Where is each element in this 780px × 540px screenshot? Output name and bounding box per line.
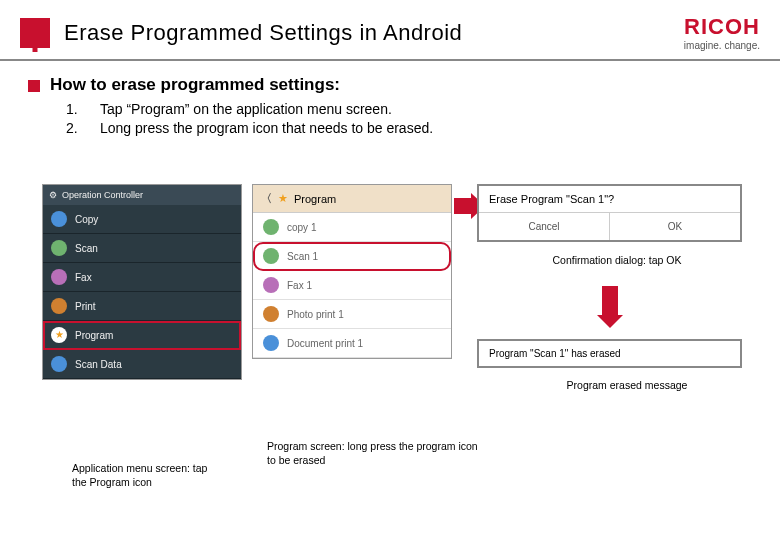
intro-text: How to erase programmed settings:: [50, 75, 340, 95]
screenshot-app-menu: ⚙ Operation Controller Copy Scan Fax Pri…: [42, 184, 242, 380]
star-icon: ★: [51, 327, 67, 343]
program-item-label: Fax 1: [287, 280, 312, 291]
app-menu-item-program[interactable]: ★Program: [43, 321, 241, 350]
app-menu-item-copy[interactable]: Copy: [43, 205, 241, 234]
copy-icon: [263, 219, 279, 235]
bullet-icon: [28, 80, 40, 92]
app-item-label: Scan Data: [75, 359, 122, 370]
logo-text: RICOH: [684, 14, 760, 40]
ok-button[interactable]: OK: [609, 213, 740, 240]
program-header: 〈 ★ Program: [253, 185, 451, 213]
app-item-label: Fax: [75, 272, 92, 283]
arrow-right-icon: [454, 198, 472, 214]
app-item-label: Copy: [75, 214, 98, 225]
arrow-down-icon: [602, 286, 618, 316]
caption-toast: Program erased message: [552, 379, 702, 393]
dialog-title: Erase Program "Scan 1"?: [479, 186, 740, 213]
app-menu-item-fax[interactable]: Fax: [43, 263, 241, 292]
scan-icon: [263, 248, 279, 264]
app-menu-item-scan[interactable]: Scan: [43, 234, 241, 263]
app-menu-item-scandata[interactable]: Scan Data: [43, 350, 241, 379]
step-number: 1.: [66, 101, 80, 117]
program-item-label: Photo print 1: [287, 309, 344, 320]
star-icon: ★: [278, 192, 288, 205]
print-icon: [51, 298, 67, 314]
caption-program-screen: Program screen: long press the program i…: [267, 440, 487, 467]
app-menu-item-print[interactable]: Print: [43, 292, 241, 321]
program-item-fax1[interactable]: Fax 1: [253, 271, 451, 300]
app-header: ⚙ Operation Controller: [43, 185, 241, 205]
program-item-label: Scan 1: [287, 251, 318, 262]
fax-icon: [51, 269, 67, 285]
caption-app-menu: Application menu screen: tap the Program…: [72, 462, 222, 489]
fax-icon: [263, 277, 279, 293]
scan-icon: [51, 240, 67, 256]
print-icon: [263, 306, 279, 322]
program-item-photoprint1[interactable]: Photo print 1: [253, 300, 451, 329]
caption-dialog: Confirmation dialog: tap OK: [552, 254, 682, 268]
screenshot-program-list: 〈 ★ Program copy 1 Scan 1 Fax 1 Photo pr…: [252, 184, 452, 359]
program-item-label: Document print 1: [287, 338, 363, 349]
step-text: Tap “Program” on the application menu sc…: [100, 101, 392, 117]
dialog-buttons: Cancel OK: [479, 213, 740, 240]
steps-list: 1. Tap “Program” on the application menu…: [66, 101, 752, 136]
screenshot-toast: Program "Scan 1" has erased: [477, 339, 742, 368]
program-item-scan1[interactable]: Scan 1: [253, 242, 451, 271]
program-item-copy1[interactable]: copy 1: [253, 213, 451, 242]
slide-header: Erase Programmed Settings in Android RIC…: [0, 0, 780, 61]
back-icon[interactable]: 〈: [261, 191, 272, 206]
program-header-label: Program: [294, 193, 336, 205]
screenshot-confirm-dialog: Erase Program "Scan 1"? Cancel OK: [477, 184, 742, 242]
program-item-label: copy 1: [287, 222, 316, 233]
step-item: 1. Tap “Program” on the application menu…: [66, 101, 752, 117]
app-item-label: Program: [75, 330, 113, 341]
folder-icon: [51, 356, 67, 372]
document-icon: [263, 335, 279, 351]
content: How to erase programmed settings: 1. Tap…: [0, 61, 780, 136]
app-header-label: Operation Controller: [62, 190, 143, 200]
brand-square-icon: [20, 18, 50, 48]
step-text: Long press the program icon that needs t…: [100, 120, 433, 136]
app-item-label: Scan: [75, 243, 98, 254]
app-item-label: Print: [75, 301, 96, 312]
header-left: Erase Programmed Settings in Android: [20, 18, 462, 48]
toast-message: Program "Scan 1" has erased: [489, 348, 621, 359]
logo-tagline: imagine. change.: [684, 40, 760, 51]
intro-row: How to erase programmed settings:: [28, 75, 752, 95]
step-item: 2. Long press the program icon that need…: [66, 120, 752, 136]
program-item-docprint1[interactable]: Document print 1: [253, 329, 451, 358]
copy-icon: [51, 211, 67, 227]
step-number: 2.: [66, 120, 80, 136]
page-title: Erase Programmed Settings in Android: [64, 20, 462, 46]
cancel-button[interactable]: Cancel: [479, 213, 609, 240]
brand-logo: RICOH imagine. change.: [684, 14, 760, 51]
gear-icon: ⚙: [49, 190, 57, 200]
